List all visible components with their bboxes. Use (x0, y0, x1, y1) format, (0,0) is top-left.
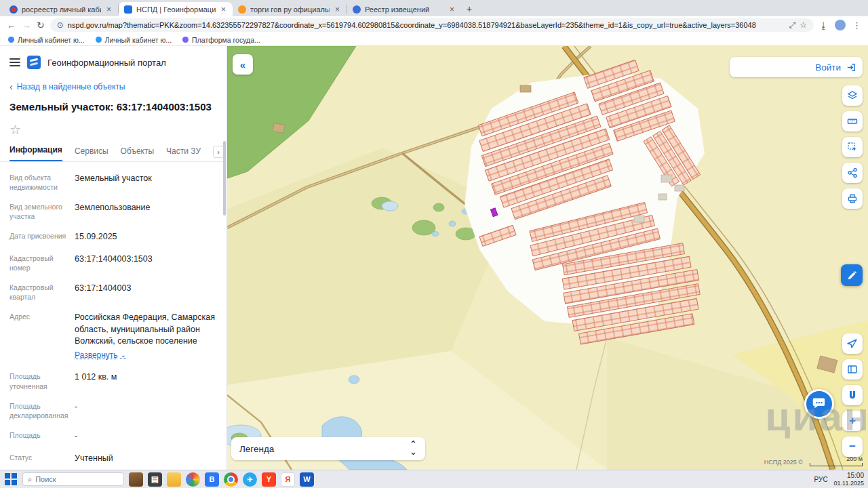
field-row: Площадь декларированная - (9, 401, 217, 420)
bookmark-label: Личный кабинет ю... (18, 36, 85, 44)
map-tools-top (842, 85, 863, 209)
tab-close-icon[interactable]: × (448, 5, 456, 14)
browser-menu-icon[interactable]: ⋮ (852, 20, 861, 30)
site-settings-icon[interactable]: ⊙ (57, 20, 64, 30)
forward-icon: → (22, 20, 31, 30)
vk-app-icon[interactable]: В (205, 472, 219, 487)
file-explorer-icon[interactable]: ▤ (148, 472, 162, 487)
new-tab-button[interactable]: + (467, 3, 472, 14)
field-label: Площадь уточненная (9, 371, 75, 390)
search-icon: ⌕ (28, 475, 32, 484)
tab-parts[interactable]: Части ЗУ (166, 146, 201, 161)
back-icon[interactable]: ← (7, 20, 16, 30)
measure-button[interactable] (842, 111, 863, 131)
field-row: Дата присвоения 15.09.2025 (9, 231, 217, 243)
chevron-up-down-icon: ⌃⌄ (410, 441, 417, 456)
object-info-panel: Геоинформационный портал ‹ Назад в найде… (0, 46, 227, 470)
bookmark-star-icon[interactable]: ☆ (800, 20, 807, 30)
map-canvas[interactable]: циан « Войти (227, 46, 868, 470)
print-icon (847, 193, 858, 204)
address-bar[interactable]: ⊙ nspd.gov.ru/map?thematic=PKK&zoom=14.6… (50, 18, 814, 32)
download-icon[interactable]: ⭳ (819, 20, 828, 30)
attributes-list: Вид объекта недвижимости Земельный участ… (0, 162, 226, 470)
panel-scrollbar[interactable] (223, 141, 226, 216)
taskbar-clock[interactable]: 15:00 01.11.2025 (834, 472, 864, 487)
tab-close-icon[interactable]: × (105, 5, 113, 14)
back-to-results-link[interactable]: ‹ Назад в найденные объекты (0, 76, 226, 94)
bookmark-item[interactable]: Платформа госуда... (182, 36, 260, 44)
nspd-logo-icon (27, 56, 41, 69)
tab-services[interactable]: Сервисы (75, 146, 108, 161)
start-button[interactable] (4, 472, 18, 486)
field-row: Статус Учтенный (9, 453, 217, 465)
field-label: Статус (9, 453, 75, 465)
select-area-button[interactable] (842, 137, 863, 157)
field-row-address: Адрес Российская Федерация, Самарская об… (9, 312, 217, 361)
field-row: Кадастровый номер 63:17:1404003:1503 (9, 253, 217, 272)
field-label: Адрес (9, 312, 75, 361)
legend-toggle[interactable]: Легенда ⌃⌄ (231, 437, 425, 460)
browser-tab[interactable]: росреестр личный кабинет — × (4, 2, 118, 16)
collapse-panel-button[interactable]: « (233, 54, 253, 75)
tabs-scroll-right-icon[interactable]: › (213, 146, 224, 158)
browser-tab[interactable]: торги гов ру официальный сай × (233, 2, 347, 16)
side-panel-button[interactable] (842, 359, 863, 380)
browser-app-icon[interactable] (186, 472, 200, 487)
browser-tab-active[interactable]: НСПД | Геоинформационный п × (119, 2, 233, 16)
bison-app-icon[interactable] (129, 472, 143, 487)
expand-label: Развернуть (75, 350, 118, 361)
panel-icon (847, 364, 858, 375)
telegram-app-icon[interactable]: ✈ (243, 472, 257, 487)
reload-icon[interactable]: ↻ (37, 20, 45, 30)
tab-close-icon[interactable]: × (334, 5, 341, 14)
cian-watermark: циан (766, 393, 868, 440)
tab-close-icon[interactable]: × (220, 5, 227, 14)
field-row: Вид объекта недвижимости Земельный участ… (9, 173, 217, 192)
layers-button[interactable] (842, 85, 863, 106)
field-label: Площадь (9, 430, 75, 443)
favorite-star-icon[interactable]: ☆ (0, 117, 226, 142)
search-input[interactable] (35, 475, 103, 483)
tab-favicon (9, 5, 18, 14)
chrome-app-icon[interactable] (224, 472, 238, 487)
panel-tabs: Информация Сервисы Объекты Части ЗУ Сост… (0, 142, 226, 162)
bookmark-item[interactable]: Личный кабинет ю... (96, 36, 172, 44)
login-bar[interactable]: Войти (730, 57, 863, 77)
bookmark-favicon (182, 37, 189, 43)
share-map-button[interactable] (842, 163, 863, 183)
field-value: - (75, 430, 217, 443)
chevron-left-icon: ‹ (9, 81, 13, 92)
language-indicator[interactable]: РУС (814, 476, 828, 483)
chevron-down-icon: ⌄ (121, 350, 126, 360)
scale-line (810, 463, 863, 466)
locate-arrow-icon (847, 338, 858, 349)
field-value: Учтенный (75, 453, 217, 465)
locate-button[interactable] (842, 333, 863, 354)
draw-tool-button[interactable] (841, 264, 863, 286)
taskbar-search[interactable]: ⌕ (22, 472, 124, 486)
yandex-browser-icon[interactable]: Я (281, 472, 295, 487)
field-value: Землепользование (75, 202, 217, 221)
tab-objects[interactable]: Объекты (121, 146, 155, 161)
page-title: Земельный участок: 63:17:1404003:1503 (0, 94, 226, 117)
yandex-app-icon[interactable]: Y (262, 472, 276, 487)
profile-avatar[interactable] (835, 20, 846, 30)
map-attribution: НСПД 2025 © (764, 459, 803, 466)
bookmark-favicon (96, 37, 102, 43)
menu-icon[interactable] (9, 58, 20, 66)
login-label: Войти (815, 62, 841, 73)
share-icon[interactable]: ⤢ (789, 20, 796, 30)
tab-information[interactable]: Информация (9, 145, 62, 161)
tab-title: росреестр личный кабинет — (22, 5, 101, 14)
expand-address-link[interactable]: Развернуть ⌄ (75, 350, 126, 361)
print-button[interactable] (842, 188, 863, 209)
back-link-label: Назад в найденные объекты (17, 82, 125, 92)
bookmark-item[interactable]: Личный кабинет ю... (8, 36, 85, 44)
select-area-icon (847, 142, 858, 152)
browser-tab[interactable]: Реестр извещений × (347, 2, 461, 16)
folder-icon[interactable] (167, 472, 181, 487)
url-text[interactable]: nspd.gov.ru/map?thematic=PKK&zoom=14.632… (68, 21, 785, 29)
tab-title: НСПД | Геоинформационный п (136, 5, 216, 14)
word-app-icon[interactable]: W (300, 472, 314, 487)
field-value: 15.09.2025 (75, 231, 217, 243)
